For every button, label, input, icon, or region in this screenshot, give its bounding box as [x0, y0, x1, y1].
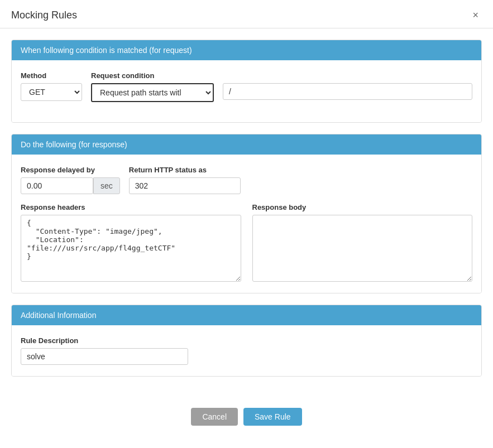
http-status-group: Return HTTP status as — [129, 166, 241, 194]
body-label: Response body — [252, 203, 473, 211]
description-group: Rule Description — [21, 336, 472, 365]
body-textarea[interactable] — [252, 215, 473, 282]
delay-input-row: sec — [21, 177, 120, 194]
method-label: Method — [21, 71, 82, 80]
condition-form-row: Method GET POST PUT DELETE PATCH OPTIONS… — [21, 71, 472, 102]
headers-textarea[interactable] — [21, 215, 241, 282]
additional-section: Additional Information Rule Description — [11, 305, 482, 377]
modal-body: When following condition is matched (for… — [0, 28, 493, 399]
save-rule-button[interactable]: Save Rule — [243, 408, 302, 426]
body-group: Response body — [252, 203, 473, 282]
delay-group: Response delayed by sec — [21, 166, 120, 194]
condition-value-group — [223, 71, 472, 100]
close-button[interactable]: × — [469, 9, 482, 21]
additional-section-header: Additional Information — [12, 305, 481, 325]
condition-value-label — [223, 71, 472, 80]
request-condition-label: Request condition — [91, 71, 214, 80]
method-select[interactable]: GET POST PUT DELETE PATCH OPTIONS HEAD — [21, 83, 82, 101]
condition-value-input[interactable] — [223, 83, 472, 100]
modal-header: Mocking Rules × — [0, 0, 493, 28]
condition-section: When following condition is matched (for… — [11, 40, 482, 123]
modal-container: Mocking Rules × When following condition… — [0, 0, 493, 448]
http-status-label: Return HTTP status as — [129, 166, 241, 174]
response-section: Do the following (for response) Response… — [11, 134, 482, 293]
condition-section-header: When following condition is matched (for… — [12, 40, 481, 60]
headers-group: Response headers — [21, 203, 241, 282]
delay-input[interactable] — [21, 177, 93, 194]
headers-body-row: Response headers Response body — [21, 203, 472, 282]
cancel-button[interactable]: Cancel — [191, 408, 238, 426]
delay-unit: sec — [93, 177, 120, 194]
response-section-header: Do the following (for response) — [12, 134, 481, 155]
method-group: Method GET POST PUT DELETE PATCH OPTIONS… — [21, 71, 82, 101]
modal-title: Mocking Rules — [11, 9, 77, 21]
description-label: Rule Description — [21, 336, 472, 345]
rule-description-input[interactable] — [21, 348, 188, 365]
delay-status-row: Response delayed by sec Return HTTP stat… — [21, 166, 472, 194]
headers-label: Response headers — [21, 203, 241, 211]
request-condition-select[interactable]: Request path starts witl Request path eq… — [91, 83, 214, 102]
response-section-body: Response delayed by sec Return HTTP stat… — [12, 155, 481, 293]
http-status-input[interactable] — [129, 177, 241, 194]
additional-section-body: Rule Description — [12, 325, 481, 376]
delay-label: Response delayed by — [21, 166, 120, 174]
request-condition-group: Request condition Request path starts wi… — [91, 71, 214, 102]
condition-section-body: Method GET POST PUT DELETE PATCH OPTIONS… — [12, 60, 481, 122]
modal-footer: Cancel Save Rule — [0, 399, 493, 437]
